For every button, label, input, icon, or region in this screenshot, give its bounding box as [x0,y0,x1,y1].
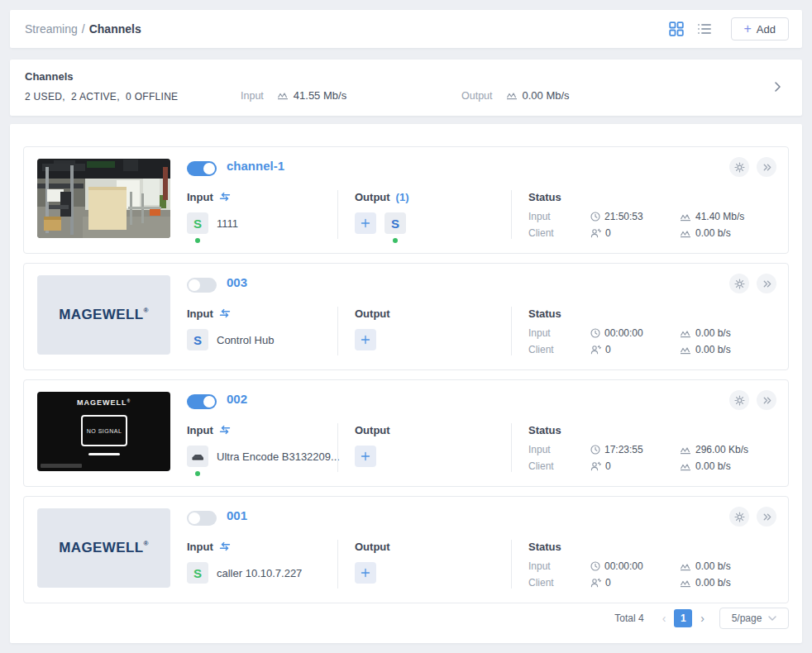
channel-card: MAGEWELL® 003 Input [23,263,789,370]
status-column-header: Status [528,424,561,436]
bitrate-icon [680,229,691,238]
page-1-button[interactable]: 1 [674,609,692,627]
monitor-outline-icon: NO SIGNAL [81,415,127,446]
channel-thumbnail[interactable]: MAGEWELL® [37,275,170,355]
input-source-chip[interactable]: S [187,562,208,584]
add-output-button[interactable] [355,446,376,467]
clock-icon [590,328,600,338]
channel-name-link[interactable]: 002 [227,392,247,406]
input-column-header: Input [187,191,213,203]
status-input-rate: 0.00 b/s [695,560,731,572]
double-chevron-right-icon [762,279,772,289]
double-chevron-right-icon [762,162,772,173]
next-page-button[interactable]: › [695,612,709,624]
breadcrumb: Streaming / Channels [25,22,141,36]
plus-icon [361,218,370,228]
channel-thumbnail[interactable] [37,159,170,238]
prev-page-button[interactable]: ‹ [657,612,671,624]
page-size-select[interactable]: 5/page [719,608,789,629]
srt-icon: S [391,217,399,230]
status-input-label: Input [528,327,590,339]
srt-icon: S [193,334,202,346]
status-input-time: 00:00:00 [604,560,643,572]
summary-input-rate: 41.55 Mb/s [294,89,346,102]
input-source-label: Control Hub [217,334,274,346]
status-client-label: Client [528,344,590,355]
status-input-label: Input [528,444,590,455]
add-output-button[interactable] [355,329,376,350]
channel-enable-toggle[interactable] [187,161,217,176]
gear-icon [733,394,746,407]
channel-settings-button[interactable] [729,390,749,410]
channel-expand-button[interactable] [757,157,776,177]
output-column-header: Output [355,424,390,436]
input-source-chip[interactable] [187,446,208,467]
add-output-button[interactable] [355,562,376,584]
swap-arrows-icon[interactable] [219,541,231,551]
output-chips [355,562,511,584]
output-column-header: Output [355,191,390,203]
output-stream-chip[interactable]: S [385,212,406,234]
bitrate-icon [680,462,691,471]
magewell-logo-image: MAGEWELL® [37,275,170,355]
add-button-label: Add [757,23,776,36]
grid-view-icon[interactable] [668,21,685,37]
input-source-chip[interactable]: S [187,329,208,350]
channel-settings-button[interactable] [729,507,749,527]
channel-expand-button[interactable] [757,390,776,410]
channel-thumbnail[interactable]: MAGEWELL® [37,508,170,588]
channel-name-link[interactable]: 001 [227,508,247,522]
clients-icon [590,578,601,588]
bitrate-icon [680,579,691,588]
status-client-rate: 0.00 b/s [695,460,731,472]
breadcrumb-channels: Channels [89,22,141,36]
page-size-value: 5/page [732,612,762,624]
channel-card: MAGEWELL® 001 Input [23,496,789,603]
input-source-chip[interactable]: S [187,212,208,234]
timestamp-overlay [41,464,82,468]
channel-name-link[interactable]: channel-1 [227,159,284,173]
bitrate-icon [680,329,691,338]
clients-icon [590,461,601,471]
swap-arrows-icon[interactable] [219,425,231,435]
status-client-count: 0 [605,227,611,239]
channel-enable-toggle[interactable] [187,511,217,526]
input-source-label: caller 10.10.7.227 [217,567,302,579]
channel-expand-button[interactable] [757,274,776,293]
chevron-right-icon[interactable] [771,79,784,98]
channel-enable-toggle[interactable] [187,394,217,409]
input-column-header: Input [187,541,213,553]
breadcrumb-streaming[interactable]: Streaming [25,22,78,36]
channel-name-link[interactable]: 003 [227,275,247,289]
list-view-icon[interactable] [696,21,713,37]
status-client-label: Client [528,227,590,239]
bitrate-icon [506,91,518,100]
channel-thumbnail[interactable]: MAGEWELL® NO SIGNAL [37,392,170,471]
input-active-dot [195,471,200,476]
add-output-button[interactable] [355,212,376,234]
channels-summary-bar[interactable]: Channels 2 USED, 2 ACTIVE, 0 OFFLINE Inp… [10,60,802,116]
clients-icon [590,345,601,355]
clients-icon [590,228,601,238]
swap-arrows-icon[interactable] [219,192,231,202]
status-column-header: Status [528,541,561,553]
input-column-header: Input [187,307,213,320]
bitrate-icon [277,91,289,100]
channel-settings-button[interactable] [729,157,749,177]
gear-icon [733,161,746,174]
plus-icon [361,568,370,578]
status-input-rate: 41.40 Mb/s [695,211,744,222]
channel-enable-toggle[interactable] [187,278,217,293]
channel-list: channel-1 Input [10,124,802,643]
channel-settings-button[interactable] [729,274,749,293]
status-client-rate: 0.00 b/s [695,227,731,239]
gear-icon [733,511,746,523]
input-column-header: Input [187,424,213,436]
channel-expand-button[interactable] [757,507,776,527]
add-button[interactable]: + Add [731,17,789,41]
bitrate-icon [680,212,691,222]
status-column-header: Status [528,191,561,203]
magewell-logo-image: MAGEWELL® [37,508,170,588]
summary-output-rate: 0.00 Mb/s [523,89,570,102]
swap-arrows-icon[interactable] [219,308,231,318]
